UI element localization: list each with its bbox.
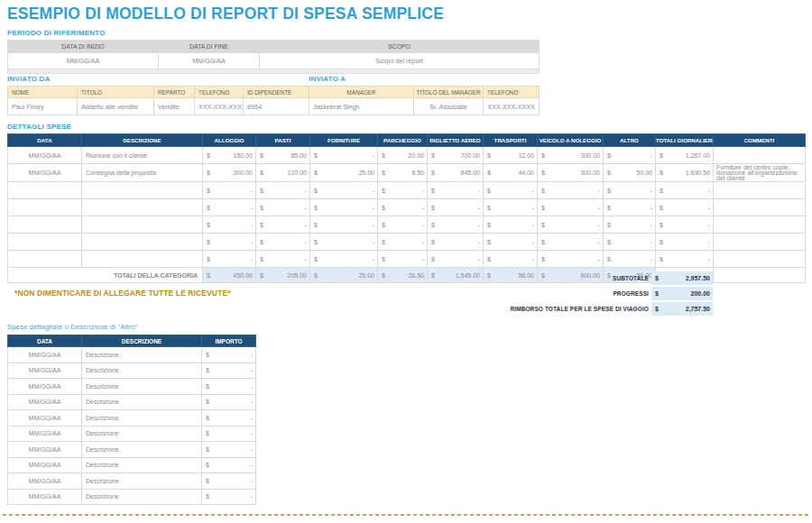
comment-cell[interactable] [714,251,806,268]
amount-cell[interactable]: $- [538,234,604,251]
comment-cell[interactable] [714,147,806,164]
date-cell[interactable]: MM/GG/AA [8,379,82,395]
inviato-value-cell[interactable]: Addetto alle vendite [78,98,154,115]
amount-cell[interactable]: $- [538,182,604,199]
inviato-value-cell[interactable]: XXX-XXX-XXXX [195,98,244,115]
amount-cell[interactable]: $- [310,234,378,251]
date-cell[interactable]: MM/GG/AA [8,489,82,505]
amount-cell[interactable]: $- [428,199,484,216]
amount-cell[interactable]: $- [203,234,256,251]
amount-cell[interactable]: $- [310,199,378,216]
comment-cell[interactable]: Forniture del centro copie, donazione al… [714,164,806,182]
inviato-value-cell[interactable]: XXX-XXX-XXXX [484,98,540,115]
date-cell[interactable] [8,182,82,199]
amount-cell[interactable]: $- [310,251,378,268]
date-cell[interactable] [8,234,82,251]
date-cell[interactable]: MM/GG/AA [8,410,82,427]
periodo-value-cell[interactable]: Scopo del report [260,53,540,69]
amount-cell[interactable]: $44.00 [484,164,538,182]
amount-cell[interactable]: $- [256,199,310,216]
amount-cell[interactable]: $- [484,234,538,251]
amount-cell[interactable]: $- [484,199,538,216]
amount-cell[interactable]: $- [428,234,484,251]
amount-cell[interactable]: $1,267.00 [656,147,714,164]
inviato-value-cell[interactable]: 8954 [244,98,309,115]
amount-cell[interactable]: $- [484,182,538,199]
amount-cell[interactable]: $- [604,234,656,251]
amount-cell[interactable]: $- [310,147,378,164]
amount-cell[interactable]: $12.00 [484,147,538,164]
amount-cell[interactable]: $1,690.50 [656,164,714,182]
description-cell[interactable]: Descrizione [82,457,202,473]
amount-cell[interactable]: $- [202,426,256,442]
amount-cell[interactable]: $- [604,199,656,216]
amount-cell[interactable]: $- [256,216,310,234]
amount-cell[interactable]: $300.00 [203,164,256,182]
amount-cell[interactable]: $- [202,379,256,395]
description-cell[interactable]: Descrizione [82,442,202,458]
amount-cell[interactable]: $845.00 [428,164,484,182]
date-cell[interactable]: MM/GG/AA [8,147,82,164]
date-cell[interactable]: MM/GG/AA [8,473,82,490]
date-cell[interactable]: MM/GG/AA [8,457,82,473]
amount-cell[interactable]: $- [202,473,256,490]
amount-cell[interactable]: $300.00 [538,147,604,164]
description-cell[interactable]: Descrizione [82,410,202,427]
amount-cell[interactable]: $- [378,234,428,251]
description-cell[interactable] [82,182,203,199]
date-cell[interactable]: MM/GG/AA [8,362,82,379]
date-cell[interactable] [8,216,82,234]
inviato-value-cell[interactable]: Jaskeerat Singh [309,98,414,115]
amount-cell[interactable]: $- [538,251,604,268]
amount-cell[interactable]: $- [378,182,428,199]
amount-cell[interactable]: $- [656,182,714,199]
amount-cell[interactable]: $50.00 [604,164,656,182]
amount-cell[interactable]: $- [256,182,310,199]
comment-cell[interactable] [714,234,806,251]
amount-cell[interactable]: $20.00 [378,147,428,164]
amount-cell[interactable]: $- [604,182,656,199]
description-cell[interactable] [82,234,203,251]
description-cell[interactable] [82,199,203,216]
inviato-value-cell[interactable]: Sr. Associate [414,98,484,115]
inviato-value-cell[interactable]: Vendite [154,98,195,115]
periodo-value-cell[interactable]: MM/GG/AA [8,53,159,69]
amount-cell[interactable]: $6.50 [378,164,428,182]
description-cell[interactable]: Descrizione [82,362,202,379]
amount-cell[interactable]: $- [378,199,428,216]
amount-cell[interactable]: $- [202,442,256,458]
comment-cell[interactable] [714,182,806,199]
amount-cell[interactable]: $- [656,234,714,251]
amount-cell[interactable]: $- [656,251,714,268]
amount-cell[interactable]: $- [202,362,256,379]
date-cell[interactable]: MM/GG/AA [8,442,82,458]
amount-cell[interactable]: $- [604,216,656,234]
amount-cell[interactable]: $- [202,457,256,473]
amount-cell[interactable]: $- [428,216,484,234]
amount-cell[interactable]: $150.00 [203,147,256,164]
amount-cell[interactable]: $700.00 [428,147,484,164]
amount-cell[interactable]: $- [203,199,256,216]
date-cell[interactable]: MM/GG/AA [8,394,82,410]
amount-cell[interactable]: $- [656,199,714,216]
amount-cell[interactable]: $- [203,251,256,268]
amount-cell[interactable]: $- [202,347,256,363]
date-cell[interactable] [8,199,82,216]
description-cell[interactable]: Consegna della proposta [82,164,203,182]
amount-cell[interactable]: $- [256,251,310,268]
amount-cell[interactable]: $- [538,216,604,234]
amount-cell[interactable]: $- [310,182,378,199]
amount-cell[interactable]: $- [604,251,656,268]
description-cell[interactable]: Descrizione [82,379,202,395]
amount-cell[interactable]: $300.00 [538,164,604,182]
amount-cell[interactable]: $- [202,410,256,427]
description-cell[interactable] [82,251,203,268]
amount-cell[interactable]: $- [310,216,378,234]
amount-cell[interactable]: $- [538,199,604,216]
periodo-value-cell[interactable]: MM/GG/AA [159,53,260,69]
amount-cell[interactable]: $- [604,147,656,164]
amount-cell[interactable]: $25.00 [310,164,378,182]
amount-cell[interactable]: $- [378,251,428,268]
amount-cell[interactable]: $- [484,251,538,268]
description-cell[interactable]: Descrizione [82,473,202,490]
